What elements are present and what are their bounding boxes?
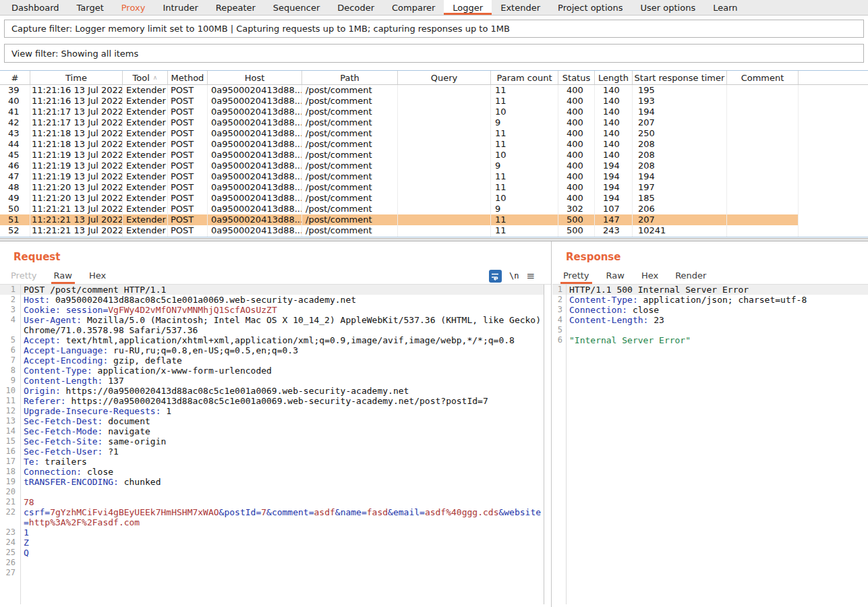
column-header-host[interactable]: Host bbox=[208, 71, 302, 84]
code-line: 3Cookie: session=VgFWy4D2vMfON7vMNMhjQ1S… bbox=[0, 305, 544, 315]
column-label: Host bbox=[245, 73, 265, 83]
cell-host: 0a9500020413d88... bbox=[208, 161, 302, 171]
table-row[interactable]: 5011:21:21 13 Jul 2022ExtenderPOST0a9500… bbox=[0, 204, 799, 214]
request-editor[interactable]: 1POST /post/comment HTTP/1.12Host: 0a950… bbox=[0, 285, 544, 604]
menu-item-comparer[interactable]: Comparer bbox=[383, 0, 444, 15]
column-header-path[interactable]: Path bbox=[302, 71, 398, 84]
line-number: 3 bbox=[0, 305, 20, 315]
response-tab-pretty[interactable]: Pretty bbox=[563, 267, 589, 284]
menu-item-learn[interactable]: Learn bbox=[704, 0, 746, 15]
table-row[interactable]: 4411:21:18 13 Jul 2022ExtenderPOST0a9500… bbox=[0, 139, 799, 150]
code-line: 18Connection: close bbox=[0, 467, 544, 477]
line-number: 23 bbox=[0, 527, 20, 538]
column-header-tool[interactable]: Tool∧ bbox=[123, 71, 168, 84]
cell-method: POST bbox=[168, 117, 208, 128]
table-row[interactable]: 5311:21:22 13 Jul 2022ExtenderPOST0a9500… bbox=[0, 236, 799, 237]
cell-start-response-timer: 208 bbox=[633, 139, 727, 150]
table-row[interactable]: 4111:21:17 13 Jul 2022ExtenderPOST0a9500… bbox=[0, 107, 799, 117]
newline-toggle-button[interactable]: \n bbox=[509, 271, 519, 281]
menu-item-repeater[interactable]: Repeater bbox=[207, 0, 264, 15]
line-text: Content-Type: application/x-www-form-url… bbox=[20, 366, 544, 376]
cell-status: 400 bbox=[558, 161, 595, 171]
response-tab-raw[interactable]: Raw bbox=[606, 267, 625, 284]
cell-method: POST bbox=[168, 161, 208, 171]
column-header-param-count[interactable]: Param count bbox=[491, 71, 558, 84]
column-header-time[interactable]: Time bbox=[30, 71, 123, 84]
response-title: Response bbox=[566, 251, 620, 263]
cell-param-count: 11 bbox=[491, 214, 558, 225]
column-header-comment[interactable]: Comment bbox=[727, 71, 799, 84]
cell-comment bbox=[727, 214, 799, 225]
cell-start-response-timer: 207 bbox=[633, 117, 727, 128]
menu-bar: DashboardTargetProxyIntruderRepeaterSequ… bbox=[0, 0, 868, 16]
cell-path: /post/comment bbox=[302, 182, 398, 193]
word-wrap-toggle-button[interactable] bbox=[489, 270, 502, 283]
capture-filter-bar[interactable]: Capture filter: Logger memory limit set … bbox=[4, 20, 864, 38]
menu-item-project-options[interactable]: Project options bbox=[549, 0, 632, 15]
request-tab-hex[interactable]: Hex bbox=[89, 267, 106, 284]
cell-length: 243 bbox=[595, 225, 633, 236]
response-tab-hex[interactable]: Hex bbox=[641, 267, 658, 284]
code-line: 1POST /post/comment HTTP/1.1 bbox=[0, 285, 544, 295]
table-row[interactable]: 4611:21:19 13 Jul 2022ExtenderPOST0a9500… bbox=[0, 161, 799, 171]
line-text: Accept: text/html,application/xhtml+xml,… bbox=[20, 335, 544, 345]
line-number: 20 bbox=[0, 487, 20, 497]
line-text: Content-Length: 23 bbox=[566, 315, 868, 325]
view-filter-bar[interactable]: View filter: Showing all items bbox=[4, 44, 864, 63]
table-row[interactable]: 4211:21:17 13 Jul 2022ExtenderPOST0a9500… bbox=[0, 117, 799, 128]
cell-query bbox=[398, 85, 491, 96]
request-tab-raw[interactable]: Raw bbox=[54, 267, 72, 284]
table-row[interactable]: 4011:21:16 13 Jul 2022ExtenderPOST0a9500… bbox=[0, 96, 799, 107]
menu-item-intruder[interactable]: Intruder bbox=[154, 0, 206, 15]
cell-time: 11:21:19 13 Jul 2022 bbox=[30, 161, 123, 171]
cell-host: 0a9500020413d88... bbox=[208, 96, 302, 107]
column-header-length[interactable]: Length bbox=[595, 71, 633, 84]
cell-comment bbox=[727, 236, 799, 237]
line-text: Accept-Encoding: gzip, deflate bbox=[20, 355, 544, 366]
cell-length: 140 bbox=[595, 107, 633, 117]
line-number: 12 bbox=[0, 406, 20, 416]
table-row[interactable]: 4811:21:20 13 Jul 2022ExtenderPOST0a9500… bbox=[0, 182, 799, 193]
table-row[interactable]: 3911:21:16 13 Jul 2022ExtenderPOST0a9500… bbox=[0, 85, 799, 96]
cell-length: 140 bbox=[595, 117, 633, 128]
cell-query bbox=[398, 204, 491, 214]
table-row[interactable]: 4511:21:19 13 Jul 2022ExtenderPOST0a9500… bbox=[0, 150, 799, 161]
cell-: 49 bbox=[0, 193, 30, 204]
menu-item-proxy[interactable]: Proxy bbox=[113, 0, 154, 15]
menu-item-sequencer[interactable]: Sequencer bbox=[264, 0, 328, 15]
cell-: 46 bbox=[0, 161, 30, 171]
cell-status: 400 bbox=[558, 193, 595, 204]
table-row[interactable]: 4911:21:20 13 Jul 2022ExtenderPOST0a9500… bbox=[0, 193, 799, 204]
column-label: Method bbox=[171, 73, 204, 83]
editor-menu-icon[interactable]: ≡ bbox=[526, 270, 535, 282]
line-number: 6 bbox=[0, 345, 20, 355]
line-text: "Internal Server Error" bbox=[566, 335, 868, 345]
response-editor[interactable]: 1HTTP/1.1 500 Internal Server Error2Cont… bbox=[552, 285, 868, 604]
table-row-selected[interactable]: 5111:21:21 13 Jul 2022ExtenderPOST0a9500… bbox=[0, 214, 799, 225]
response-tab-render[interactable]: Render bbox=[675, 267, 706, 284]
column-header-[interactable]: # bbox=[0, 71, 30, 84]
menu-item-user-options[interactable]: User options bbox=[632, 0, 705, 15]
column-header-start-response-timer[interactable]: Start response timer bbox=[633, 71, 727, 84]
menu-item-target[interactable]: Target bbox=[68, 0, 113, 15]
cell-status: 400 bbox=[558, 96, 595, 107]
cell-start-response-timer: 193 bbox=[633, 96, 727, 107]
cell-time: 11:21:19 13 Jul 2022 bbox=[30, 150, 123, 161]
menu-item-dashboard[interactable]: Dashboard bbox=[3, 0, 68, 15]
menu-item-logger[interactable]: Logger bbox=[444, 0, 492, 15]
menu-item-decoder[interactable]: Decoder bbox=[328, 0, 383, 15]
cell-param-count: 11 bbox=[491, 85, 558, 96]
cell-comment bbox=[727, 171, 799, 182]
column-header-method[interactable]: Method bbox=[168, 71, 208, 84]
menu-item-extender[interactable]: Extender bbox=[492, 0, 549, 15]
request-tab-pretty[interactable]: Pretty bbox=[11, 267, 37, 284]
table-row[interactable]: 4311:21:18 13 Jul 2022ExtenderPOST0a9500… bbox=[0, 128, 799, 139]
cell-param-count: 10 bbox=[491, 193, 558, 204]
column-header-status[interactable]: Status bbox=[558, 71, 595, 84]
line-number: 16 bbox=[0, 446, 20, 457]
cell-start-response-timer: 207 bbox=[633, 214, 727, 225]
column-header-query[interactable]: Query bbox=[398, 71, 491, 84]
table-row[interactable]: 4711:21:19 13 Jul 2022ExtenderPOST0a9500… bbox=[0, 171, 799, 182]
table-row[interactable]: 5211:21:21 13 Jul 2022ExtenderPOST0a9500… bbox=[0, 225, 799, 236]
line-number: 7 bbox=[0, 355, 20, 366]
